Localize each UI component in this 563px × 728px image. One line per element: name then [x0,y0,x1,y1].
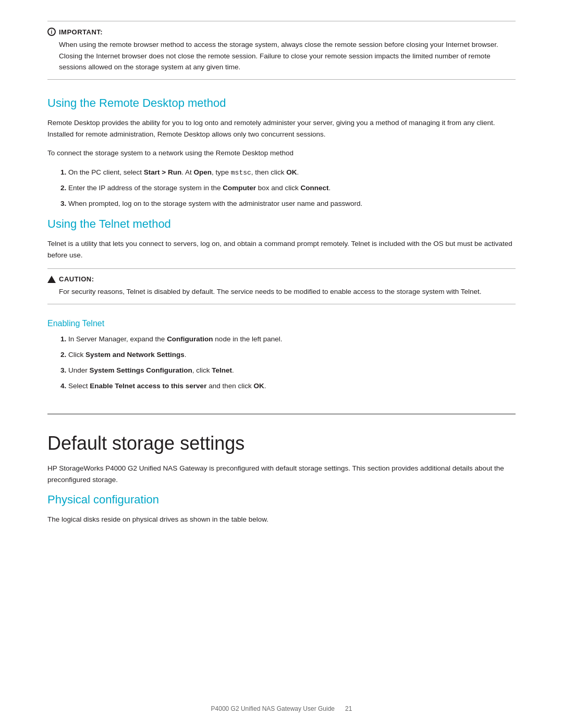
telnet-method-intro: Telnet is a utility that lets you connec… [47,238,516,262]
telnet-method-section: Using the Telnet method Telnet is a util… [47,217,516,392]
remote-desktop-section: Using the Remote Desktop method Remote D… [47,96,516,210]
important-notice-header: i IMPORTANT: [47,28,516,36]
important-label: IMPORTANT: [59,28,103,36]
remote-desktop-step-1: On the PC client, select Start > Run. At… [68,167,516,178]
caution-icon [47,276,56,283]
important-notice-box: i IMPORTANT: When using the remote brows… [47,21,516,80]
enable-telnet-bold: Enable Telnet access to this server [90,382,206,390]
start-run-bold: Start > Run [144,168,181,176]
enabling-telnet-step-4: Select Enable Telnet access to this serv… [68,380,516,392]
remote-desktop-heading: Using the Remote Desktop method [47,96,516,110]
enabling-telnet-step-3: Under System Settings Configuration, cli… [68,365,516,376]
caution-box: CAUTION: For security reasons, Telnet is… [47,268,516,304]
system-settings-config-bold: System Settings Configuration [90,366,192,374]
caution-header: CAUTION: [47,275,516,283]
connect-bold: Connect [300,184,328,192]
configuration-bold: Configuration [167,335,213,343]
ok-bold-2: OK [253,382,264,390]
physical-config-body: The logical disks reside on physical dri… [47,514,516,525]
remote-desktop-step-3: When prompted, log on to the storage sys… [68,198,516,209]
telnet-bold: Telnet [212,366,232,374]
important-notice-content: When using the remote browser method to … [47,39,516,73]
remote-desktop-steps: On the PC client, select Start > Run. At… [47,167,516,210]
system-network-settings-bold: System and Network Settings [85,351,185,359]
physical-config-heading: Physical configuration [47,493,516,507]
default-storage-intro: HP StorageWorks P4000 G2 Unified NAS Gat… [47,463,516,486]
remote-desktop-pre-steps: To connect the storage system to a netwo… [47,147,516,159]
telnet-method-heading: Using the Telnet method [47,217,516,231]
default-storage-heading: Default storage settings [47,433,516,454]
default-storage-section: Default storage settings HP StorageWorks… [47,413,516,526]
footer-document-title: P4000 G2 Unified NAS Gateway User Guide [211,705,335,712]
physical-config-section: Physical configuration The logical disks… [47,493,516,525]
caution-label: CAUTION: [59,275,94,283]
open-bold: Open [193,168,212,176]
mstsc-code: mstsc [231,169,251,177]
remote-desktop-step-2: Enter the IP address of the storage syst… [68,182,516,194]
enabling-telnet-steps: In Server Manager, expand the Configurat… [47,334,516,392]
footer-page-number: 21 [345,705,352,712]
caution-content: For security reasons, Telnet is disabled… [47,286,516,298]
computer-bold: Computer [223,184,256,192]
page: i IMPORTANT: When using the remote brows… [0,0,563,728]
enabling-telnet-step-1: In Server Manager, expand the Configurat… [68,334,516,345]
important-icon: i [47,28,56,36]
enabling-telnet-section: Enabling Telnet In Server Manager, expan… [47,319,516,392]
ok-bold-1: OK [286,168,297,176]
remote-desktop-intro: Remote Desktop provides the ability for … [47,117,516,141]
enabling-telnet-heading: Enabling Telnet [47,319,516,328]
page-footer: P4000 G2 Unified NAS Gateway User Guide … [0,705,563,712]
enabling-telnet-step-2: Click System and Network Settings. [68,349,516,361]
